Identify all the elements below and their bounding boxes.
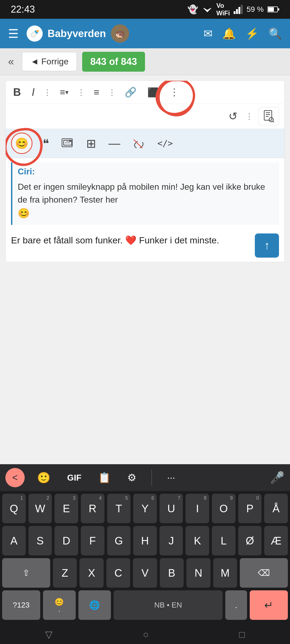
link-button[interactable]: 🔗 [122,86,139,99]
emoji-button[interactable]: 😊 [11,133,32,154]
key-return[interactable]: ↵ [250,590,288,620]
key-c[interactable]: C [106,558,130,588]
align-button[interactable]: ≡▾ [58,86,71,98]
code-button[interactable]: </> [155,137,175,149]
double-back-button[interactable]: « [5,53,17,70]
key-k[interactable]: K [186,526,209,555]
table-button[interactable]: ⊞ [84,136,98,151]
key-o[interactable]: 9O [212,494,235,523]
key-m[interactable]: M [213,558,237,588]
key-space[interactable]: NB • EN [114,590,223,620]
reply-area: Er bare et fåtall som funker. ❤️ Funker … [6,229,284,262]
quote-author: Ciri: [18,167,274,177]
editor-container: B I ⋮ ≡▾ ⋮ ≡ ⋮ 🔗 ⬛ ⋮ ↺ [5,80,285,262]
key-i[interactable]: 8I [186,494,209,523]
key-globe[interactable]: 🌐 [78,590,111,620]
more-options-area: ⋮ [167,86,181,99]
mail-icon[interactable]: ✉ [204,27,213,40]
key-shift[interactable]: ⇧ [2,558,50,588]
key-emoji-comma[interactable]: 😊, [43,590,76,620]
user-avatar[interactable]: 🦔 [111,24,129,43]
vowifi-icon: VoWiFi [216,2,230,17]
editor-wrapper: B I ⋮ ≡▾ ⋮ ≡ ⋮ 🔗 ⬛ ⋮ ↺ [0,80,290,262]
keyboard-emoji-button[interactable]: 🙂 [33,469,55,486]
nav-bottom: ▽ ○ □ [0,625,290,644]
key-u[interactable]: 7U [160,494,183,523]
keyboard-mic-button[interactable]: 🎤 [270,471,285,485]
home-nav-button[interactable]: ○ [143,629,149,640]
key-t[interactable]: 5T [107,494,131,523]
more-dots-3[interactable]: ⋮ [108,87,116,97]
more-dots-2[interactable]: ⋮ [77,87,85,97]
key-d[interactable]: D [55,526,78,555]
unlink-button[interactable] [130,137,147,149]
key-g[interactable]: G [107,526,131,555]
more-options-button[interactable]: ⋮ [167,86,181,99]
dash-button[interactable]: — [106,136,122,151]
media-button[interactable] [59,136,76,151]
status-bar: 22:43 👻 VoWiFi 59 % [0,0,290,19]
key-row-1: 1Q 2W 3E 4R 5T 6Y 7U 8I 9O 0P Å [2,494,288,523]
keyboard-back-button[interactable]: < [5,468,25,487]
key-r[interactable]: 4R [81,494,104,523]
key-b[interactable]: B [160,558,184,588]
key-q[interactable]: 1Q [2,494,26,523]
keyboard-toolbar: < 🙂 GIF 📋 ⚙ ··· 🎤 [0,464,290,491]
menu-icon[interactable]: ☰ [8,27,19,41]
key-delete[interactable]: ⌫ [240,558,288,588]
avatar-emoji: 🦔 [115,28,125,39]
status-time: 22:43 [11,4,35,15]
page-counter: 843 of 843 [82,52,145,72]
toolbar-separator [151,470,152,486]
quote-button[interactable]: ❝ [41,136,51,151]
key-j[interactable]: J [160,526,183,555]
recent-nav-button[interactable]: □ [239,629,245,640]
undo-button[interactable]: ↺ [226,109,240,123]
keyboard-settings-button[interactable]: ⚙ [123,470,141,486]
back-nav-button[interactable]: ▽ [45,629,53,640]
key-s[interactable]: S [28,526,52,555]
key-ae[interactable]: Æ [264,526,288,555]
search-icon[interactable]: 🔍 [269,27,282,40]
logo-icon: 🍼 [30,29,39,38]
key-f[interactable]: F [81,526,104,555]
key-v[interactable]: V [133,558,157,588]
key-y[interactable]: 6Y [133,494,157,523]
key-p[interactable]: 0P [238,494,262,523]
key-period[interactable]: . [225,590,247,620]
svg-marker-16 [65,141,70,143]
prev-button[interactable]: ◄ Forrige [22,52,77,71]
battery-text: 59 % [247,5,264,14]
svg-rect-2 [238,7,240,14]
key-l[interactable]: L [212,526,235,555]
svg-rect-3 [241,5,243,14]
key-w[interactable]: 2W [28,494,52,523]
bolt-icon[interactable]: ⚡ [245,27,259,40]
italic-button[interactable]: I [30,85,37,99]
key-oslash[interactable]: Ø [238,526,262,555]
app-title: Babyverden [48,28,106,39]
image-button[interactable]: ⬛ [145,86,161,99]
send-button[interactable]: ↑ [255,233,279,258]
reply-text[interactable]: Er bare et fåtall som funker. ❤️ Funker … [11,233,249,247]
key-aa[interactable]: Å [264,494,288,523]
key-numbers[interactable]: ?123 [2,590,40,620]
key-h[interactable]: H [133,526,157,555]
more-dots-4[interactable]: ⋮ [245,112,253,121]
quote-emoji: 😊 [18,208,30,219]
key-z[interactable]: Z [53,558,77,588]
keyboard-more-button[interactable]: ··· [163,470,179,485]
more-dots-1[interactable]: ⋮ [43,87,51,97]
keyboard-gif-button[interactable]: GIF [63,471,86,485]
key-x[interactable]: X [79,558,103,588]
bold-button[interactable]: B [11,85,23,99]
key-n[interactable]: N [186,558,210,588]
list-button[interactable]: ≡ [92,86,102,99]
key-a[interactable]: A [2,526,26,555]
toolbar-row1: B I ⋮ ≡▾ ⋮ ≡ ⋮ 🔗 ⬛ ⋮ [6,81,284,104]
header-brand: 🍼 Babyverden 🦔 [27,24,195,43]
keyboard-clipboard-button[interactable]: 📋 [94,470,115,486]
find-button[interactable] [259,107,279,125]
key-e[interactable]: 3E [55,494,78,523]
bell-icon[interactable]: 🔔 [222,27,236,40]
